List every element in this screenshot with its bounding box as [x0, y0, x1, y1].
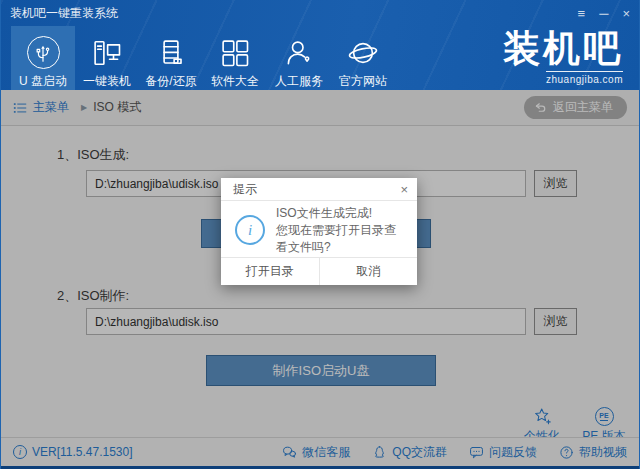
window-controls: ≡ ─ ×	[578, 7, 630, 20]
prompt-dialog: 提示 × i ISO文件生成完成! 您现在需要打开目录查看文件吗? 打开目录 取…	[221, 178, 417, 285]
dialog-message-line2: 您现在需要打开目录查看文件吗?	[276, 222, 405, 256]
nav-item-human-service[interactable]: 人工服务	[267, 26, 331, 90]
backup-icon	[156, 35, 186, 70]
nav-bar: U 盘启动 一键装机	[11, 26, 395, 90]
computer-icon	[92, 35, 122, 70]
open-directory-button[interactable]: 打开目录	[221, 258, 320, 285]
nav-item-label: 软件大全	[211, 73, 259, 90]
nav-item-label: 备份/还原	[145, 73, 196, 90]
titlebar: 装机吧一键重装系统 ≡ ─ ×	[1, 0, 639, 26]
cancel-button[interactable]: 取消	[320, 258, 418, 285]
dialog-close-icon[interactable]: ×	[400, 183, 408, 196]
dialog-message: ISO文件生成完成! 您现在需要打开目录查看文件吗?	[276, 205, 405, 256]
dialog-title: 提示	[233, 181, 257, 198]
header: 装机吧一键重装系统 ≡ ─ ×	[1, 0, 639, 90]
close-button[interactable]: ×	[622, 7, 630, 20]
nav-item-one-key-install[interactable]: 一键装机	[75, 26, 139, 90]
software-grid-icon	[220, 35, 250, 70]
minimize-button[interactable]: ─	[599, 7, 608, 20]
brand-logo: 装机吧 zhuangjiba.com	[503, 28, 623, 86]
nav-item-official-website[interactable]: 官方网站	[331, 26, 395, 90]
menu-button[interactable]: ≡	[578, 7, 586, 20]
nav-item-backup-restore[interactable]: 备份/还原	[139, 26, 203, 90]
app-window: 装机吧一键重装系统 ≡ ─ ×	[0, 0, 640, 469]
nav-item-label: 人工服务	[275, 73, 323, 90]
nav-item-label: 官方网站	[339, 73, 387, 90]
nav-item-label: 一键装机	[83, 73, 131, 90]
brand-logo-domain: zhuangjiba.com	[546, 71, 623, 85]
info-icon: i	[235, 215, 265, 245]
dialog-header: 提示 ×	[221, 178, 417, 201]
dialog-footer: 打开目录 取消	[221, 257, 417, 285]
dialog-body: i ISO文件生成完成! 您现在需要打开目录查看文件吗?	[221, 201, 417, 257]
brand-logo-text: 装机吧	[503, 28, 623, 70]
nav-item-label: U 盘启动	[19, 73, 67, 90]
nav-item-usb-boot[interactable]: U 盘启动	[11, 26, 75, 90]
dialog-message-line1: ISO文件生成完成!	[276, 205, 405, 222]
usb-icon	[27, 35, 60, 70]
globe-icon	[348, 35, 378, 70]
window-title: 装机吧一键重装系统	[10, 5, 118, 22]
person-service-icon	[284, 35, 314, 70]
nav-item-software-collection[interactable]: 软件大全	[203, 26, 267, 90]
